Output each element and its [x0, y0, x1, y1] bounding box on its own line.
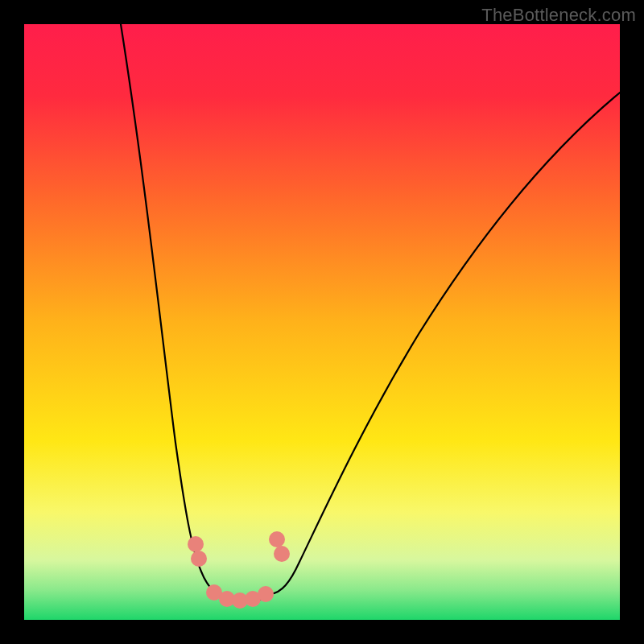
- chart-stage: TheBottleneck.com: [0, 0, 644, 644]
- marker-left: [191, 551, 207, 567]
- plot-frame: [24, 24, 620, 620]
- marker-left: [188, 536, 204, 552]
- marker-right: [274, 546, 290, 562]
- bottleneck-chart: [24, 24, 620, 620]
- marker-bottom: [258, 586, 274, 602]
- heat-background: [24, 24, 620, 620]
- marker-right: [269, 531, 285, 547]
- watermark-text: TheBottleneck.com: [481, 5, 636, 26]
